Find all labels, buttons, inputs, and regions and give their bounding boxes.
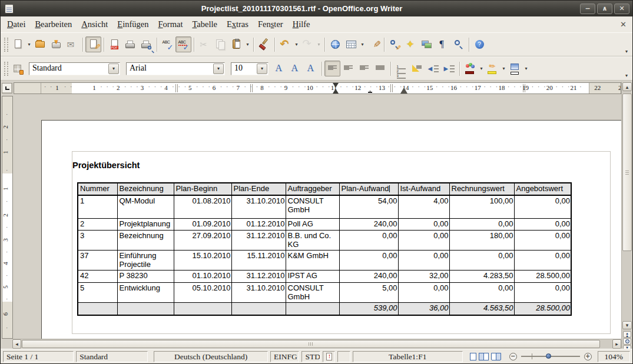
cell-r6-c8[interactable]: 0,00 <box>449 282 514 302</box>
cell-r1-c4[interactable]: 31.10.2010 <box>231 195 286 218</box>
italic-button[interactable]: A <box>287 61 303 76</box>
hyperlink-button[interactable] <box>327 36 343 52</box>
font-size-combo[interactable]: 10▾ <box>231 62 269 75</box>
cell-r6-c3[interactable]: 05.10.2010 <box>174 282 231 302</box>
maximize-button[interactable]: ∧ <box>597 4 612 14</box>
insert-mode-field[interactable]: EINFG <box>270 351 299 362</box>
undo-button[interactable]: ↶ <box>277 36 293 52</box>
numbered-list-button[interactable]: 123 <box>393 61 409 76</box>
cell-r5-c6[interactable]: 240,00 <box>339 270 398 282</box>
col-header-plan-beginn[interactable]: Plan-Beginn <box>174 183 231 195</box>
table-cell-field[interactable]: Tabelle1:F1 <box>353 351 463 362</box>
total-c4[interactable] <box>231 302 286 315</box>
email-document-button[interactable]: ✉ <box>64 36 80 52</box>
table-column-mark[interactable] <box>390 84 393 92</box>
background-color-dropdown[interactable]: ▾ <box>523 61 529 76</box>
table-column-mark[interactable] <box>175 84 178 92</box>
cell-r2-c2[interactable]: Projektplanung <box>117 218 174 230</box>
toolbar-grip[interactable] <box>4 38 8 52</box>
font-size-combo-value[interactable]: 10 <box>231 63 256 75</box>
align-left-button[interactable] <box>324 61 340 76</box>
total-c6[interactable]: 539,00 <box>339 302 398 315</box>
scroll-up-arrow[interactable]: ▴ <box>622 82 632 91</box>
cell-r1-c9[interactable]: 0,00 <box>514 195 571 218</box>
col-header-bezeichnung[interactable]: Bezeichnung <box>117 183 174 195</box>
total-c5[interactable] <box>286 302 339 315</box>
cell-r3-c1[interactable]: 3 <box>78 230 117 250</box>
cell-r2-c6[interactable]: 240,00 <box>339 218 398 230</box>
cell-r1-c6[interactable]: 54,00 <box>339 195 398 218</box>
menu-fenster[interactable]: Fenster <box>253 18 288 31</box>
styles-window-button[interactable] <box>10 61 26 76</box>
nonprinting-characters-button[interactable]: ¶ <box>435 36 450 52</box>
cell-r1-c7[interactable]: 4,00 <box>398 195 449 218</box>
new-document-dropdown[interactable]: ▾ <box>26 37 32 52</box>
cell-r5-c5[interactable]: IPST AG <box>286 270 339 282</box>
cell-r6-c7[interactable]: 0,00 <box>398 282 449 302</box>
font-name-combo-arrow-icon[interactable]: ▾ <box>213 64 224 74</box>
cell-r4-c4[interactable]: 15.11.2010 <box>231 250 286 270</box>
font-name-combo[interactable]: Arial▾ <box>126 62 225 75</box>
total-c7[interactable]: 36,00 <box>398 302 449 315</box>
background-color-button[interactable] <box>507 61 523 76</box>
print-button[interactable] <box>122 36 138 52</box>
cell-r5-c8[interactable]: 4.283,50 <box>449 270 514 282</box>
total-c8[interactable]: 4.563,50 <box>449 302 514 315</box>
open-button[interactable] <box>32 36 48 52</box>
total-c2[interactable] <box>117 302 174 315</box>
cell-r3-c2[interactable]: Bezeichnung <box>117 230 174 250</box>
cell-r3-c6[interactable]: 0,00 <box>339 230 398 250</box>
cell-r2-c9[interactable]: 0,00 <box>514 218 571 230</box>
font-size-combo-arrow-icon[interactable]: ▾ <box>257 64 267 74</box>
horizontal-scroll-track[interactable] <box>21 339 612 349</box>
decrease-indent-button[interactable]: ◀ <box>425 61 441 76</box>
col-header-rechnungswert[interactable]: Rechnungswert <box>449 183 514 195</box>
font-color-dropdown[interactable]: ▾ <box>478 61 485 76</box>
signature-field[interactable] <box>337 351 350 362</box>
cell-r6-c1[interactable]: 5 <box>78 282 117 302</box>
cell-r4-c7[interactable]: 0,00 <box>398 250 449 270</box>
menu-ansicht[interactable]: Ansicht <box>77 18 112 31</box>
insert-table-dropdown[interactable]: ▾ <box>359 37 366 52</box>
insert-table-button[interactable] <box>343 36 359 52</box>
cell-r4-c6[interactable]: 0,00 <box>339 250 398 270</box>
cell-r4-c2[interactable]: Einführung Projectile <box>117 250 174 270</box>
zoom-slider-track[interactable] <box>521 356 580 357</box>
cell-r3-c3[interactable]: 27.09.2010 <box>174 230 231 250</box>
cell-r2-c5[interactable]: Poll AG <box>286 218 339 230</box>
font-color-button[interactable] <box>462 61 478 76</box>
col-header-auftraggeber[interactable]: Auftraggeber <box>286 183 339 195</box>
col-header-ist-aufwand[interactable]: Ist-Aufwand <box>398 183 449 195</box>
align-right-button[interactable] <box>356 61 372 76</box>
cell-r5-c9[interactable]: 28.500,00 <box>514 270 571 282</box>
language-field[interactable]: Deutsch (Deutschland) <box>154 351 268 362</box>
document-page[interactable]: Projektübersicht NummerBezeichnungPlan-B… <box>41 120 621 339</box>
vertical-scroll-thumb[interactable] <box>622 93 632 251</box>
cell-r5-c7[interactable]: 32,00 <box>398 270 449 282</box>
justify-button[interactable] <box>372 61 388 76</box>
cell-r3-c9[interactable]: 0,00 <box>514 230 571 250</box>
col-header-plan-ende[interactable]: Plan-Ende <box>231 183 286 195</box>
cell-r6-c2[interactable]: Entwicklung <box>117 282 174 302</box>
cell-r5-c4[interactable]: 31.12.2010 <box>231 270 286 282</box>
menu-format[interactable]: Format <box>154 18 188 31</box>
cell-r1-c8[interactable]: 100,00 <box>449 195 514 218</box>
cell-r6-c4[interactable]: 31.10.2010 <box>231 282 286 302</box>
spellcheck-button[interactable]: ABC✓ <box>160 36 175 52</box>
gallery-button[interactable] <box>419 36 435 52</box>
col-header-plan-aufwand[interactable]: Plan-Aufwand <box>339 183 398 195</box>
view-multi-page-button[interactable] <box>479 353 489 360</box>
export-pdf-button[interactable]: PDF <box>107 36 122 52</box>
cell-r3-c7[interactable]: 0,00 <box>398 230 449 250</box>
edit-file-button[interactable]: ✎ <box>85 36 101 52</box>
standard-toolbar-overflow[interactable]: ▾ <box>622 49 631 54</box>
highlighting-dropdown[interactable]: ▾ <box>501 61 507 76</box>
paste-dropdown[interactable]: ▾ <box>244 37 251 52</box>
underline-button[interactable]: A <box>303 61 319 76</box>
zoom-slider-thumb[interactable] <box>546 353 551 359</box>
zoom-button[interactable] <box>450 36 466 52</box>
menu-hilfe[interactable]: Hilfe <box>288 18 315 31</box>
cell-r6-c5[interactable]: CONSULT GmbH <box>286 282 339 302</box>
find-replace-button[interactable]: ✎ <box>387 36 403 52</box>
align-center-button[interactable] <box>340 61 356 76</box>
